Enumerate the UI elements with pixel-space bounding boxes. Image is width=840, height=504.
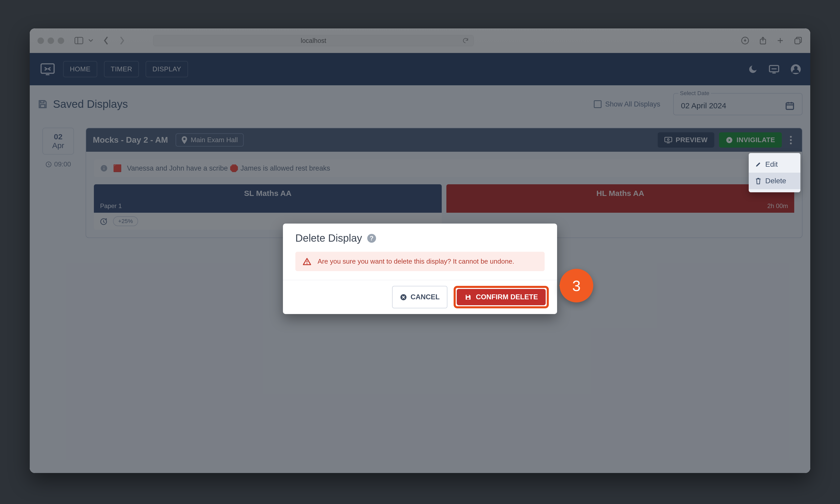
step-number: 3 (572, 277, 581, 294)
edit-icon (755, 161, 762, 168)
confirm-delete-button[interactable]: CONFIRM DELETE (457, 289, 546, 305)
help-icon[interactable]: ? (367, 234, 376, 243)
trash-icon (755, 177, 762, 184)
save-icon (465, 294, 472, 301)
delete-modal: Delete Display ? Are you sure you want t… (283, 223, 557, 314)
svg-point-32 (307, 263, 308, 264)
cancel-label: CANCEL (411, 293, 440, 301)
confirm-label: CONFIRM DELETE (476, 293, 538, 301)
modal-title: Delete Display (295, 232, 362, 244)
warning-text: Are you sure you want to delete this dis… (318, 257, 514, 266)
menu-edit-label: Edit (765, 160, 778, 168)
warning-icon (302, 258, 311, 266)
cancel-icon (400, 294, 407, 301)
browser-window: localhost HOME TIMER DISPLAY Saved Displ… (30, 29, 810, 473)
menu-edit[interactable]: Edit (749, 156, 801, 173)
svg-rect-34 (467, 295, 469, 296)
step-indicator: 3 (560, 269, 593, 302)
cancel-button[interactable]: CANCEL (392, 286, 448, 308)
menu-delete-label: Delete (765, 177, 786, 185)
menu-delete[interactable]: Delete (749, 173, 801, 189)
modal-warning: Are you sure you want to delete this dis… (295, 252, 545, 271)
svg-rect-35 (467, 298, 469, 299)
card-dropdown-menu: Edit Delete (749, 153, 801, 192)
confirm-button-highlight: CONFIRM DELETE (454, 286, 549, 308)
